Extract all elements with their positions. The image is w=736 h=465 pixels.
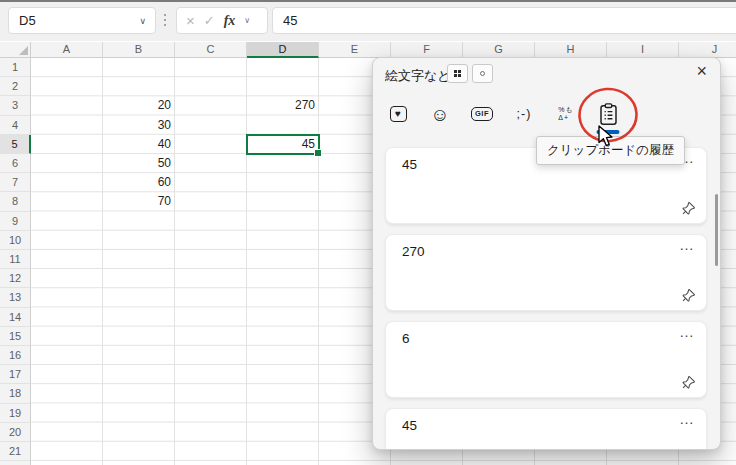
row-header-12[interactable]: 12 (0, 269, 31, 288)
close-icon[interactable]: × (696, 61, 707, 83)
chevron-down-icon[interactable]: ∨ (244, 16, 250, 25)
formula-value: 45 (273, 13, 297, 28)
select-all-corner[interactable] (0, 42, 31, 58)
column-header-h[interactable]: H (535, 42, 607, 58)
row-header-9[interactable]: 9 (0, 212, 31, 231)
pin-icon[interactable] (681, 201, 696, 216)
row-header-22[interactable]: 22 (0, 461, 31, 465)
cell-b7[interactable]: 60 (103, 173, 171, 192)
more-options-icon[interactable]: … (679, 323, 695, 340)
gif-icon: GIF (471, 107, 493, 121)
selected-tab-indicator (597, 130, 620, 134)
name-box[interactable]: D5 ∨ (8, 7, 156, 34)
tab-recent[interactable]: ♥ (381, 99, 415, 129)
clipboard-item-value: 45 (402, 157, 417, 172)
scrollbar-thumb[interactable] (715, 194, 718, 266)
excel-window: D5 ∨ × ✓ fx ∨ 45 ABCDEFGHIJ 123456789101… (0, 0, 736, 465)
row-header-2[interactable]: 2 (0, 77, 31, 96)
clipboard-item-value: 270 (402, 244, 425, 259)
kaomoji-icon: ;-) (517, 107, 532, 121)
column-header-a[interactable]: A (31, 42, 103, 58)
row-header-6[interactable]: 6 (0, 154, 31, 173)
formula-buttons: × ✓ fx ∨ (176, 7, 268, 34)
dot-button[interactable] (472, 64, 493, 83)
tab-gif[interactable]: GIF (465, 99, 499, 129)
cell-d3[interactable]: 270 (247, 96, 315, 115)
fill-handle[interactable] (314, 149, 322, 157)
column-header-c[interactable]: C (175, 42, 247, 58)
column-header-i[interactable]: I (607, 42, 679, 58)
clipboard-icon (599, 103, 618, 126)
more-options-icon[interactable]: … (679, 236, 695, 253)
column-header-e[interactable]: E (319, 42, 391, 58)
cell-b3[interactable]: 20 (103, 96, 171, 115)
row-header-3[interactable]: 3 (0, 96, 31, 115)
cell-b5[interactable]: 40 (103, 135, 171, 154)
chevron-down-icon[interactable]: ∨ (139, 16, 146, 26)
cancel-icon[interactable]: × (186, 13, 195, 28)
grid-icon (454, 70, 461, 77)
smiley-icon: ☺ (430, 105, 449, 124)
tab-clipboard-history[interactable] (591, 99, 625, 129)
tab-emoji[interactable]: ☺ (423, 99, 457, 129)
clipboard-item[interactable]: 270 … (385, 234, 707, 311)
insert-function-icon[interactable]: fx (224, 13, 236, 29)
row-header-8[interactable]: 8 (0, 192, 31, 211)
formula-input[interactable]: 45 (272, 7, 736, 34)
panel-title: 絵文字など (385, 67, 451, 85)
row-header-10[interactable]: 10 (0, 231, 31, 250)
cell-b4[interactable]: 30 (103, 116, 171, 135)
symbols-icon: %もΔ+ (558, 106, 573, 122)
category-tabs: ♥ ☺ GIF ;-) %もΔ+ (381, 99, 625, 129)
row-header-19[interactable]: 19 (0, 404, 31, 423)
clipboard-item-value: 6 (402, 331, 410, 346)
cell-b8[interactable]: 70 (103, 192, 171, 211)
row-header-16[interactable]: 16 (0, 346, 31, 365)
column-header-f[interactable]: F (391, 42, 463, 58)
row-header-11[interactable]: 11 (0, 250, 31, 269)
row-header-13[interactable]: 13 (0, 288, 31, 307)
tab-symbols[interactable]: %もΔ+ (549, 99, 583, 129)
emoji-clipboard-panel: 絵文字など × ♥ ☺ GIF ;-) %もΔ+ (372, 57, 721, 450)
clipboard-item[interactable]: 45 … (385, 408, 707, 450)
row-header-20[interactable]: 20 (0, 423, 31, 442)
pin-icon[interactable] (681, 375, 696, 390)
column-header-d[interactable]: D (247, 42, 319, 58)
row-header-5[interactable]: 5 (0, 135, 31, 154)
row-header-1[interactable]: 1 (0, 58, 31, 77)
name-box-value: D5 (9, 13, 36, 28)
confirm-icon[interactable]: ✓ (204, 14, 215, 27)
grid-view-button[interactable] (447, 64, 468, 83)
heart-in-box-icon: ♥ (390, 106, 407, 122)
row-header-18[interactable]: 18 (0, 384, 31, 403)
row-header-14[interactable]: 14 (0, 308, 31, 327)
row-header-15[interactable]: 15 (0, 327, 31, 346)
tooltip: クリップボードの履歴 (536, 136, 685, 165)
row-header-21[interactable]: 21 (0, 442, 31, 461)
active-cell-value: 45 (302, 136, 315, 153)
row-header-7[interactable]: 7 (0, 173, 31, 192)
more-options-icon[interactable]: … (679, 410, 695, 427)
drag-dots-icon (164, 14, 166, 16)
pin-icon[interactable] (681, 288, 696, 303)
cell-b6[interactable]: 50 (103, 154, 171, 173)
dot-icon (480, 71, 485, 76)
column-header-b[interactable]: B (103, 42, 175, 58)
formula-bar-strip: D5 ∨ × ✓ fx ∨ 45 (0, 0, 736, 41)
clipboard-item-value: 45 (402, 418, 417, 433)
column-header-j[interactable]: J (679, 42, 736, 58)
active-cell-d5[interactable]: 45 (246, 134, 320, 156)
row-header-4[interactable]: 4 (0, 116, 31, 135)
clipboard-list: 45 … 270 … 6 … 45 … (385, 147, 707, 450)
row-header-17[interactable]: 17 (0, 365, 31, 384)
clipboard-item[interactable]: 6 … (385, 321, 707, 398)
tab-kaomoji[interactable]: ;-) (507, 99, 541, 129)
column-header-g[interactable]: G (463, 42, 535, 58)
